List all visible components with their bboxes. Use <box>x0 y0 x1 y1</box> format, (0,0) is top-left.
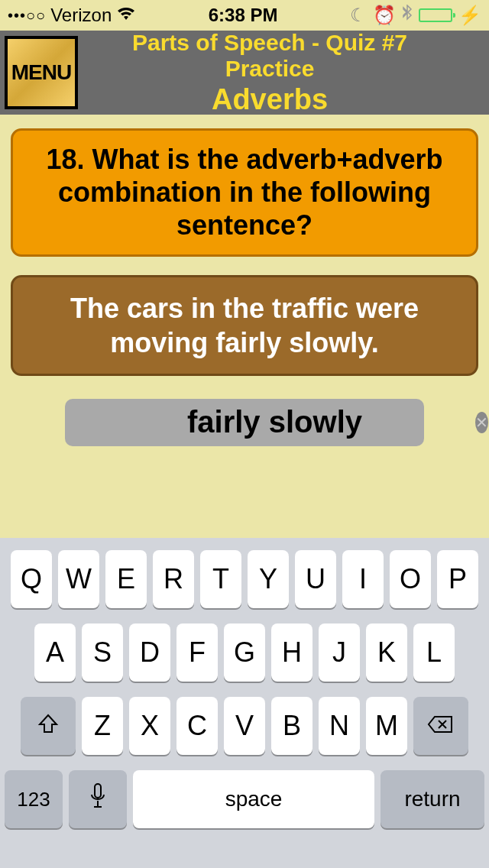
key-p[interactable]: P <box>437 550 478 608</box>
key-v[interactable]: V <box>224 697 265 755</box>
key-h[interactable]: H <box>271 623 313 682</box>
key-y[interactable]: Y <box>248 550 289 608</box>
key-s[interactable]: S <box>82 623 123 682</box>
moon-icon: ☾ <box>350 5 367 26</box>
svg-rect-0 <box>95 784 101 798</box>
key-m[interactable]: M <box>366 697 407 755</box>
header-titles: Parts of Speech - Quiz #7 Practice Adver… <box>86 30 484 116</box>
key-r[interactable]: R <box>153 550 194 608</box>
sentence-box: The cars in the traffic were moving fair… <box>11 275 478 376</box>
key-i[interactable]: I <box>342 550 384 608</box>
answer-input[interactable] <box>74 405 475 439</box>
status-left: •••○○ Verizon <box>8 5 136 26</box>
status-right: ☾ ⏰ ⚡ <box>350 5 481 26</box>
header-bar: MENU Parts of Speech - Quiz #7 Practice … <box>0 31 489 115</box>
shift-key[interactable] <box>21 697 76 755</box>
question-box: 18. What is the adverb+adverb combinatio… <box>11 128 478 257</box>
key-b[interactable]: B <box>271 697 313 755</box>
quiz-title: Parts of Speech - Quiz #7 Practice <box>86 30 454 82</box>
charging-icon: ⚡ <box>458 5 481 26</box>
return-key[interactable]: return <box>381 770 484 828</box>
key-n[interactable]: N <box>319 697 360 755</box>
keyboard: QWERTYUIOP ASDFGHJKL ZXCVBNM 123 space r… <box>0 538 489 868</box>
key-g[interactable]: G <box>224 623 265 682</box>
shift-icon <box>37 710 60 742</box>
keyboard-row-2: ASDFGHJKL <box>5 623 484 682</box>
key-d[interactable]: D <box>129 623 170 682</box>
space-key[interactable]: space <box>133 770 374 828</box>
menu-button[interactable]: MENU <box>5 36 78 109</box>
answer-input-container[interactable]: ✕ <box>65 399 424 446</box>
key-f[interactable]: F <box>176 623 218 682</box>
key-a[interactable]: A <box>34 623 76 682</box>
key-l[interactable]: L <box>413 623 455 682</box>
status-time: 6:38 PM <box>209 5 278 26</box>
key-k[interactable]: K <box>366 623 407 682</box>
keyboard-row-4: 123 space return <box>5 770 484 828</box>
key-z[interactable]: Z <box>82 697 123 755</box>
status-bar: •••○○ Verizon 6:38 PM ☾ ⏰ ⚡ <box>0 0 489 31</box>
keyboard-row-1: QWERTYUIOP <box>5 550 484 608</box>
mic-key[interactable] <box>69 770 127 828</box>
close-icon: ✕ <box>475 413 488 432</box>
key-e[interactable]: E <box>105 550 147 608</box>
key-w[interactable]: W <box>58 550 99 608</box>
key-o[interactable]: O <box>390 550 431 608</box>
backspace-icon <box>427 710 455 742</box>
key-c[interactable]: C <box>176 697 218 755</box>
answer-row: ✕ <box>11 399 478 446</box>
battery-icon <box>419 8 452 22</box>
wifi-icon <box>116 5 136 26</box>
key-u[interactable]: U <box>295 550 336 608</box>
bluetooth-icon <box>402 5 413 26</box>
numbers-key[interactable]: 123 <box>5 770 63 828</box>
signal-strength-icon: •••○○ <box>8 7 46 24</box>
key-x[interactable]: X <box>129 697 170 755</box>
carrier-label: Verizon <box>50 5 112 26</box>
quiz-subtitle: Adverbs <box>86 83 454 116</box>
content-area: 18. What is the adverb+adverb combinatio… <box>0 115 489 460</box>
mic-icon <box>89 782 107 817</box>
key-j[interactable]: J <box>319 623 360 682</box>
key-q[interactable]: Q <box>11 550 52 608</box>
keyboard-row-3: ZXCVBNM <box>5 697 484 755</box>
alarm-icon: ⏰ <box>373 5 396 26</box>
key-t[interactable]: T <box>200 550 241 608</box>
clear-input-button[interactable]: ✕ <box>475 412 488 433</box>
backspace-key[interactable] <box>413 697 468 755</box>
